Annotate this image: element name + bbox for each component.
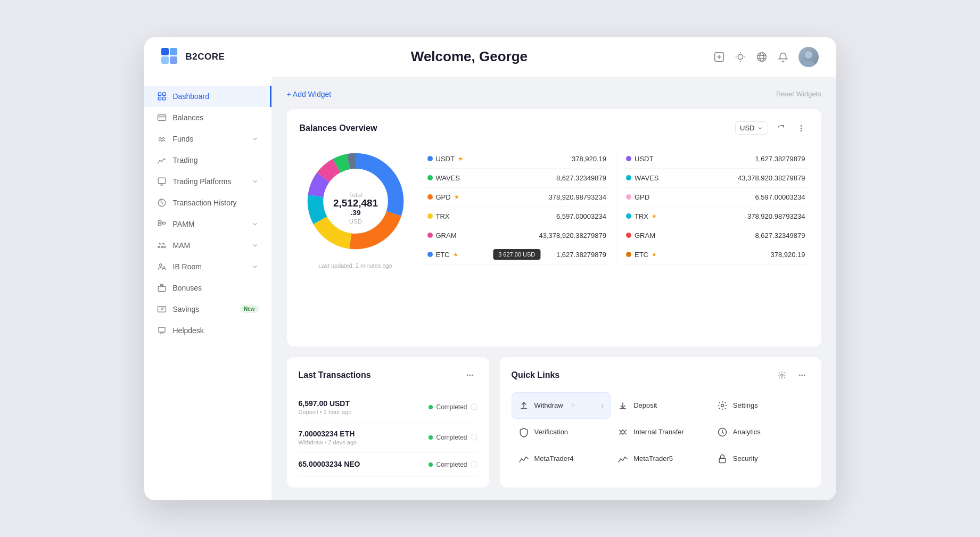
sidebar-item-helpdesk[interactable]: Helpdesk — [144, 320, 271, 341]
theme-icon[interactable] — [735, 51, 746, 63]
waves-label-right: WAVES — [635, 174, 659, 182]
quick-links-card-header: Quick Links — [512, 368, 810, 383]
download-icon[interactable] — [713, 51, 725, 63]
balances-card-actions: USD — [735, 121, 808, 136]
sidebar-item-bonuses[interactable]: Bonuses — [144, 277, 271, 299]
transaction-item-3: 65.00003234 NEO Completed ⓘ — [299, 453, 477, 477]
sidebar-item-ib-room[interactable]: IB Room — [144, 256, 271, 277]
quick-link-deposit[interactable]: Deposit — [611, 392, 710, 419]
gram-label-right: GRAM — [635, 232, 655, 239]
svg-point-16 — [805, 51, 812, 59]
add-widget-button[interactable]: + Add Widget — [287, 90, 332, 98]
toolbar-row: + Add Widget Reset Widgets — [287, 90, 821, 98]
sidebar-item-trading[interactable]: Trading — [144, 150, 271, 171]
usdt-star-left[interactable]: ★ — [458, 155, 463, 162]
usdt-label-right: USDT — [635, 155, 653, 163]
balance-row-gram-right: GRAM 8,627.32349879 — [623, 226, 809, 245]
quick-link-security[interactable]: Security — [710, 445, 810, 472]
svg-text:.39: .39 — [350, 209, 360, 217]
etc-star-right[interactable]: ★ — [652, 251, 657, 258]
transactions-more-button[interactable] — [463, 368, 477, 383]
gram-tooltip: 3 627.00 USD — [493, 249, 540, 260]
tx2-status: Completed — [436, 434, 467, 441]
verification-icon — [518, 427, 529, 437]
quick-links-more-button[interactable] — [795, 368, 810, 383]
tx1-status-dot — [429, 405, 433, 409]
page-title: Welcome, George — [411, 48, 528, 65]
currency-chevron-icon — [757, 125, 763, 131]
balances-card-header: Balances Overview USD — [300, 121, 809, 136]
quick-link-withdraw[interactable]: Withdraw ☞ › — [512, 392, 611, 419]
waves-label-left: WAVES — [436, 174, 460, 182]
svg-point-55 — [472, 375, 473, 376]
logo-text: B2CORE — [186, 52, 225, 62]
gpd-amount-right: 6,597.00003234 — [755, 193, 805, 201]
sidebar-item-dashboard[interactable]: Dashboard — [144, 86, 271, 107]
sidebar-item-funds[interactable]: Funds — [144, 128, 271, 150]
quick-link-settings[interactable]: Settings — [710, 392, 810, 419]
svg-point-56 — [781, 374, 783, 376]
quick-link-internal-transfer[interactable]: Internal Transfer — [611, 419, 710, 445]
gram-amount-left: 43,378,920.38279879 — [539, 232, 606, 239]
header-icons — [713, 47, 819, 67]
sidebar-item-trading-platforms-label: Trading Platforms — [173, 177, 245, 186]
donut-wrapper: Total 2,512,481 .39 USD — [300, 145, 411, 257]
svg-point-60 — [721, 404, 723, 407]
trx-star-right[interactable]: ★ — [652, 213, 657, 220]
usdt-amount-left: 378,920.19 — [572, 155, 606, 163]
tx1-right: Completed ⓘ — [429, 402, 477, 412]
verification-label: Verification — [534, 428, 569, 436]
sidebar-item-mam[interactable]: MAM — [144, 235, 271, 256]
sidebar-item-pamm[interactable]: PAMM — [144, 213, 271, 235]
withdraw-label: Withdraw — [534, 401, 563, 409]
currency-select[interactable]: USD — [735, 121, 768, 135]
svg-rect-25 — [158, 220, 161, 222]
quick-links-settings-button[interactable] — [775, 368, 789, 383]
tx2-info-button[interactable]: ⓘ — [471, 433, 477, 442]
tx3-status-dot — [429, 462, 433, 467]
svg-rect-35 — [158, 286, 166, 292]
transaction-item-1: 6,597.00 USDT Deposit • 1 hour ago Compl… — [299, 392, 477, 423]
tx3-left: 65.00003234 NEO — [299, 460, 360, 469]
main-layout: Dashboard Balances Funds — [144, 77, 836, 500]
quick-link-metatrader5[interactable]: MetaTrader5 — [611, 445, 710, 472]
pamm-icon — [157, 219, 167, 229]
etc-label-left: ETC — [436, 251, 450, 259]
sidebar-item-balances[interactable]: Balances — [144, 107, 271, 128]
reset-widgets-button[interactable]: Reset Widgets — [776, 90, 821, 98]
trading-platforms-icon — [157, 177, 167, 186]
quick-link-metatrader4[interactable]: MetaTrader4 — [512, 445, 611, 472]
donut-chart: Total 2,512,481 .39 USD — [300, 145, 411, 257]
coin-usdt-left: USDT ★ — [427, 155, 463, 163]
gram-dot-left — [427, 233, 433, 238]
tx3-status: Completed — [436, 461, 467, 468]
quick-link-verification[interactable]: Verification — [512, 419, 611, 445]
globe-icon[interactable] — [756, 51, 768, 63]
more-options-button[interactable] — [794, 121, 809, 136]
refresh-icon — [777, 124, 785, 133]
gpd-star-left[interactable]: ★ — [454, 194, 459, 201]
settings-icon — [717, 400, 728, 411]
quick-links-settings-icon — [778, 371, 786, 379]
svg-text:2,512,481: 2,512,481 — [333, 197, 377, 209]
security-label: Security — [733, 455, 758, 462]
notification-icon[interactable] — [777, 51, 789, 63]
refresh-button[interactable] — [773, 121, 788, 136]
tx3-amount: 65.00003234 NEO — [299, 460, 360, 468]
quick-links-actions — [775, 368, 810, 383]
mam-chevron-icon — [251, 242, 259, 249]
sidebar-item-trading-platforms[interactable]: Trading Platforms — [144, 171, 271, 192]
trading-icon — [157, 155, 167, 165]
quick-link-analytics[interactable]: Analytics — [710, 419, 810, 445]
content-area: + Add Widget Reset Widgets Balances Over… — [272, 77, 836, 500]
tx1-info-button[interactable]: ⓘ — [471, 402, 477, 412]
user-avatar[interactable] — [798, 47, 819, 67]
etc-star-left[interactable]: ★ — [453, 251, 458, 258]
tx3-info-button[interactable]: ⓘ — [471, 460, 477, 469]
sidebar-item-trading-label: Trading — [173, 156, 259, 164]
balance-row-trx-right: TRX ★ 378,920.98793234 — [623, 207, 809, 226]
transactions-more-icon — [466, 371, 474, 379]
sidebar-item-savings[interactable]: Savings New — [144, 299, 271, 320]
balance-divider — [616, 150, 616, 265]
sidebar-item-transaction-history[interactable]: Transaction History — [144, 192, 271, 213]
